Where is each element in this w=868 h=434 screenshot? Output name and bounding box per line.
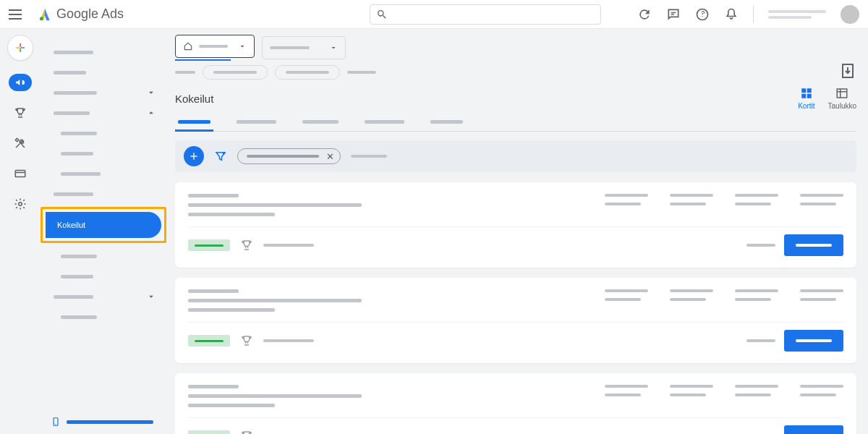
sidebar-subitem[interactable] (41, 163, 166, 184)
app-header: Google Ads (0, 0, 868, 29)
sidebar-highlight: Kokeilut (41, 207, 166, 243)
search-input[interactable] (370, 4, 601, 25)
svg-point-1 (697, 9, 708, 20)
filter-icon[interactable] (214, 150, 227, 163)
sidebar-subitem[interactable] (41, 246, 166, 266)
rail-item-campaigns[interactable] (9, 74, 32, 91)
product-logo[interactable]: Google Ads (38, 7, 124, 22)
trophy-icon (240, 239, 253, 252)
account-info[interactable] (768, 10, 826, 19)
filter-chip[interactable]: ✕ (237, 148, 341, 164)
rail-item-goals[interactable] (9, 104, 32, 122)
card-metrics (605, 194, 843, 216)
trophy-icon (240, 334, 253, 347)
crumb-chip[interactable] (275, 65, 340, 80)
svg-point-5 (55, 424, 56, 425)
message-icon[interactable] (666, 7, 681, 22)
sidebar-item[interactable] (41, 62, 166, 82)
add-button[interactable] (184, 146, 204, 166)
crumb-chip[interactable] (203, 65, 268, 80)
gear-icon (14, 197, 27, 210)
status-badge (188, 239, 230, 251)
tab[interactable] (299, 116, 341, 131)
status-badge (188, 430, 230, 434)
sidebar-subitem[interactable] (41, 266, 166, 286)
caret-down-icon (238, 42, 247, 51)
sidebar-item[interactable] (41, 82, 166, 103)
close-icon[interactable]: ✕ (326, 151, 334, 162)
experiment-card (175, 182, 856, 268)
filter-bar: ✕ (175, 140, 856, 172)
caret-down-icon (329, 43, 338, 52)
card-meta (263, 339, 314, 342)
sidebar-subitem[interactable] (41, 123, 166, 143)
plus-multicolor-icon (14, 41, 27, 54)
account-dropdown[interactable] (175, 35, 255, 58)
hamburger-menu-icon[interactable] (9, 6, 26, 23)
trophy-icon (14, 106, 27, 119)
tab[interactable] (234, 116, 279, 131)
card-link[interactable] (746, 339, 775, 342)
megaphone-icon (14, 77, 26, 88)
card-action-button[interactable] (784, 330, 843, 352)
status-badge (188, 335, 230, 346)
rail-item-tools[interactable] (9, 135, 32, 152)
search-field[interactable] (392, 9, 595, 20)
view-table-label: Taulukko (828, 102, 856, 110)
card-metrics (605, 385, 843, 407)
create-button[interactable] (7, 35, 33, 61)
rail-item-billing[interactable] (9, 165, 32, 182)
sidebar-item[interactable] (41, 184, 166, 204)
google-ads-a-icon (38, 7, 52, 22)
help-icon[interactable] (695, 7, 710, 22)
search-container (370, 4, 601, 25)
header-actions (637, 5, 859, 24)
sidebar-subitem[interactable] (41, 307, 166, 327)
refresh-icon[interactable] (637, 7, 652, 22)
title-row: Kokeilut Kortit Taulukko (175, 87, 856, 110)
view-cards-label: Kortit (798, 102, 814, 110)
crumb (347, 71, 376, 74)
svg-point-11 (223, 152, 226, 155)
view-cards-button[interactable]: Kortit (798, 87, 814, 110)
tab[interactable] (362, 116, 407, 131)
download-icon[interactable] (839, 62, 856, 80)
separator (753, 6, 754, 23)
sidebar-subitem[interactable] (41, 143, 166, 163)
chevron-down-icon (146, 88, 156, 98)
sidebar-item[interactable] (41, 103, 166, 123)
crumb (175, 71, 195, 74)
card-meta (263, 244, 314, 247)
sidebar-item-kokeilut[interactable]: Kokeilut (46, 212, 161, 238)
device-icon (51, 417, 61, 427)
avatar[interactable] (841, 5, 859, 24)
nav-rail (0, 29, 41, 434)
sidebar-footer-link[interactable] (51, 417, 153, 427)
card-title-area (188, 385, 576, 407)
main-content: Kokeilut Kortit Taulukko (166, 29, 868, 434)
card-action-button[interactable] (784, 234, 843, 256)
svg-point-3 (19, 203, 22, 206)
card-link[interactable] (746, 244, 775, 247)
view-table-button[interactable]: Taulukko (828, 87, 856, 110)
svg-rect-8 (801, 94, 806, 98)
svg-rect-10 (838, 89, 848, 98)
cards-view-icon (800, 87, 813, 100)
tab[interactable] (427, 116, 466, 131)
breadcrumb-row (175, 65, 856, 80)
sidebar-item[interactable] (41, 42, 166, 62)
filter-hint (351, 155, 387, 158)
tabs (175, 116, 856, 132)
notifications-icon[interactable] (724, 7, 739, 22)
sidebar: Kokeilut (41, 29, 166, 434)
rail-item-admin[interactable] (9, 195, 32, 213)
page-title: Kokeilut (175, 93, 213, 105)
card-action-button[interactable] (784, 425, 843, 434)
experiment-card (175, 278, 856, 363)
sidebar-item[interactable] (41, 286, 166, 307)
campaign-dropdown[interactable] (262, 36, 346, 59)
tab[interactable] (175, 116, 213, 131)
card-icon (14, 167, 27, 180)
home-icon (183, 41, 193, 51)
plus-icon (188, 150, 200, 162)
